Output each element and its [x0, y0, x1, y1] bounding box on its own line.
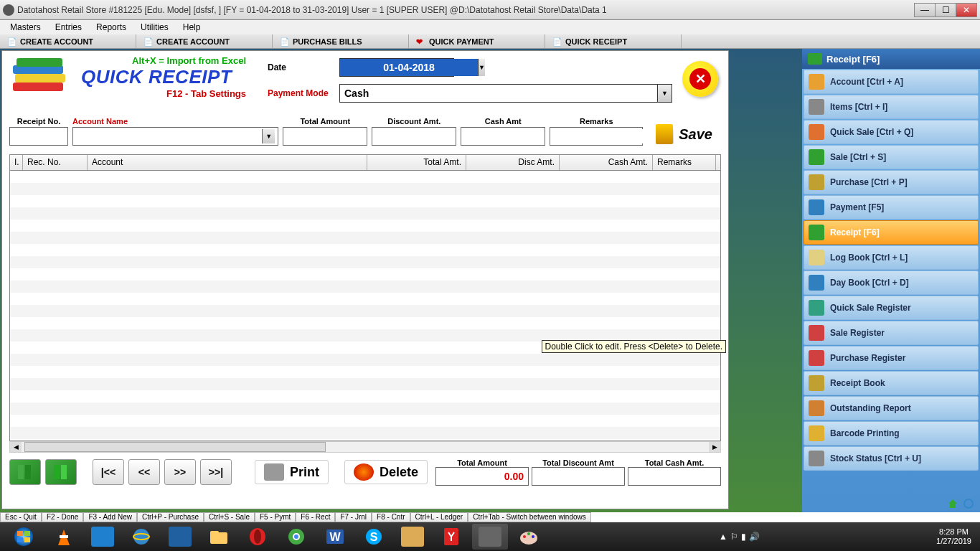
table-row[interactable] — [10, 207, 720, 220]
menu-entries[interactable]: Entries — [48, 22, 89, 32]
close-panel-button[interactable]: ✕ — [682, 61, 718, 97]
payment-mode-input[interactable] — [340, 85, 657, 102]
tray-chevron-icon[interactable]: ▲ — [719, 532, 727, 542]
table-row[interactable] — [10, 268, 720, 281]
discount-amt-input[interactable] — [372, 127, 456, 146]
tab-purchase-bills[interactable]: 📄PURCHASE BILLS — [273, 34, 409, 48]
maximize-button[interactable]: ☐ — [935, 3, 956, 17]
table-row[interactable] — [10, 183, 720, 195]
table-row[interactable] — [10, 293, 720, 305]
table-row[interactable] — [10, 390, 720, 402]
home-icon[interactable] — [947, 498, 958, 509]
sidebar-item-7[interactable]: Log Book [Ctrl + L] — [804, 245, 979, 270]
start-button[interactable] — [4, 524, 43, 550]
account-name-combo[interactable]: ▼ — [72, 127, 278, 146]
sidebar-item-1[interactable]: Items [Ctrl + I] — [804, 95, 979, 119]
tab-create-account-2[interactable]: 📄CREATE ACCOUNT — [136, 34, 273, 48]
taskbar-clock[interactable]: 8:28 PM 1/27/2019 — [930, 527, 977, 546]
menu-reports[interactable]: Reports — [89, 22, 133, 32]
tray-volume-icon[interactable]: 🔊 — [749, 532, 760, 542]
minimize-button[interactable]: — — [914, 3, 936, 17]
task-vlc[interactable] — [46, 524, 82, 550]
sidebar-item-11[interactable]: Purchase Register — [804, 346, 979, 370]
delete-button[interactable]: Delete — [344, 460, 428, 484]
sidebar-item-10[interactable]: Sale Register — [804, 321, 979, 345]
menu-help[interactable]: Help — [176, 22, 208, 32]
system-tray[interactable]: ▲ ⚐ ▮ 🔊 — [719, 532, 760, 542]
sidebar-item-8[interactable]: Day Book [Ctrl + D] — [804, 270, 979, 295]
sidebar-item-4[interactable]: Purchase [Ctrl + P] — [804, 170, 979, 194]
task-word[interactable]: W — [317, 524, 353, 550]
remarks-combo[interactable]: ▼ — [550, 127, 643, 146]
sidebar-item-3[interactable]: Sale [Ctrl + S] — [804, 145, 979, 169]
account-dropdown-button[interactable]: ▼ — [262, 129, 275, 143]
nav-next-button[interactable]: >> — [164, 459, 196, 485]
nav-book1-button[interactable] — [9, 459, 41, 485]
sidebar-item-6[interactable]: Receipt [F6] — [804, 220, 979, 245]
scroll-right-button[interactable]: ▶ — [709, 442, 720, 452]
table-row[interactable] — [10, 305, 720, 317]
table-row[interactable] — [10, 354, 720, 366]
sidebar-item-15[interactable]: Stock Status [Ctrl + U] — [804, 446, 979, 471]
close-window-button[interactable]: ✕ — [956, 3, 977, 17]
sidebar-item-14[interactable]: Barcode Printing — [804, 421, 979, 446]
save-button[interactable]: Save — [647, 123, 721, 146]
sidebar-item-0[interactable]: Account [Ctrl + A] — [804, 70, 979, 94]
total-amount-input[interactable] — [283, 127, 367, 146]
task-current[interactable] — [472, 524, 508, 550]
date-input[interactable] — [340, 59, 478, 76]
date-dropdown-button[interactable]: ▼ — [478, 59, 485, 76]
table-row[interactable] — [10, 317, 720, 329]
tab-quick-receipt[interactable]: 📄QUICK RECEIPT — [545, 34, 682, 48]
task-opera[interactable] — [240, 524, 275, 550]
menu-utilities[interactable]: Utilities — [133, 22, 176, 32]
account-name-input[interactable] — [76, 129, 262, 143]
task-app1[interactable] — [85, 524, 121, 550]
horizontal-scrollbar[interactable]: ◀ ▶ — [9, 441, 721, 453]
date-picker[interactable]: ▼ — [339, 58, 454, 77]
refresh-icon[interactable] — [963, 498, 974, 509]
table-row[interactable] — [10, 366, 720, 378]
table-row[interactable] — [10, 195, 720, 207]
receipt-grid[interactable]: I. Rec. No. Account Total Amt. Disc Amt.… — [9, 154, 721, 441]
table-row[interactable] — [10, 244, 720, 256]
nav-first-button[interactable]: |<< — [93, 459, 124, 485]
task-pdf[interactable] — [433, 524, 469, 550]
scroll-left-button[interactable]: ◀ — [10, 442, 22, 452]
task-paint[interactable] — [511, 524, 547, 550]
task-notes[interactable] — [395, 524, 430, 550]
scroll-thumb[interactable] — [24, 442, 326, 452]
task-app2[interactable] — [162, 524, 198, 550]
table-row[interactable] — [10, 427, 720, 439]
nav-book2-button[interactable] — [45, 459, 77, 485]
tab-quick-payment[interactable]: ❤QUICK PAYMENT — [409, 34, 545, 48]
tray-battery-icon[interactable]: ▮ — [741, 532, 746, 542]
sidebar-item-2[interactable]: Quick Sale [Ctrl + Q] — [804, 120, 979, 144]
nav-prev-button[interactable]: << — [128, 459, 160, 485]
nav-last-button[interactable]: >>| — [200, 459, 232, 485]
table-row[interactable] — [10, 256, 720, 268]
task-chrome[interactable] — [278, 524, 314, 550]
task-ie[interactable] — [123, 524, 159, 550]
receipt-no-input[interactable] — [9, 127, 68, 146]
sidebar-item-13[interactable]: Outstanding Report — [804, 396, 979, 420]
sidebar-item-12[interactable]: Receipt Book — [804, 371, 979, 395]
print-button[interactable]: Print — [255, 460, 329, 484]
task-explorer[interactable] — [201, 524, 237, 550]
payment-mode-combo[interactable]: ▼ — [339, 84, 672, 103]
table-row[interactable] — [10, 171, 720, 183]
cash-amt-input[interactable] — [461, 127, 545, 146]
sidebar-item-9[interactable]: Quick Sale Register — [804, 296, 979, 320]
menu-masters[interactable]: Masters — [3, 22, 48, 32]
task-skype[interactable]: S — [356, 524, 392, 550]
payment-mode-dropdown-button[interactable]: ▼ — [657, 85, 672, 102]
table-row[interactable] — [10, 378, 720, 390]
table-row[interactable] — [10, 415, 720, 427]
sidebar-item-5[interactable]: Payment [F5] — [804, 195, 979, 220]
table-row[interactable] — [10, 232, 720, 244]
tab-create-account-1[interactable]: 📄CREATE ACCOUNT — [0, 34, 136, 48]
table-row[interactable] — [10, 281, 720, 293]
table-row[interactable] — [10, 220, 720, 232]
grid-body[interactable] — [10, 171, 720, 441]
tray-action-icon[interactable]: ⚐ — [730, 532, 738, 542]
